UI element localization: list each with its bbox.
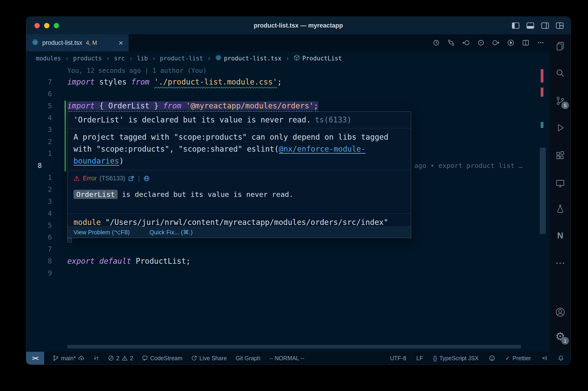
git-branch-icon <box>53 355 59 361</box>
code-token: from <box>131 77 149 86</box>
line-number[interactable]: 7 <box>26 243 52 255</box>
current-line-number[interactable]: 8 <box>26 160 52 172</box>
line-number[interactable]: 4 <box>26 207 52 219</box>
prettier-status-item[interactable]: ✓ Prettier <box>505 355 531 362</box>
smiley-icon <box>489 355 495 361</box>
line-number[interactable]: 1 <box>26 148 52 160</box>
broadcast-status-item[interactable] <box>541 355 548 361</box>
eol-status-item[interactable]: LF <box>417 355 423 362</box>
vertical-scrollbar[interactable] <box>540 148 546 234</box>
toggle-secondary-sidebar-icon[interactable] <box>541 22 549 29</box>
branch-status-item[interactable]: main* <box>53 355 84 362</box>
toggle-panel-icon[interactable] <box>526 22 534 29</box>
code-line[interactable]: 9 <box>26 267 550 279</box>
view-problem-button[interactable]: View Problem (⌥F8) <box>74 229 130 236</box>
line-number[interactable]: 8 <box>26 255 52 267</box>
testing-icon[interactable] <box>553 201 568 216</box>
breadcrumb-item-product-list[interactable]: product-list <box>160 55 203 62</box>
remote-indicator[interactable]: >< <box>26 352 44 365</box>
code-line[interactable]: 8 export default ProductList; <box>26 255 550 267</box>
run-file-icon[interactable] <box>507 39 514 46</box>
toggle-primary-sidebar-icon[interactable] <box>512 22 519 29</box>
line-number[interactable]: 2 <box>26 184 52 196</box>
cloud-upload-icon <box>78 355 84 361</box>
split-editor-icon[interactable] <box>522 39 529 46</box>
open-external-icon[interactable] <box>128 175 134 182</box>
search-icon[interactable] <box>553 66 568 80</box>
tooltip-resize-grip[interactable] <box>67 238 72 243</box>
customize-layout-icon[interactable] <box>556 22 564 29</box>
code-token: ; <box>314 101 318 110</box>
previous-change-icon[interactable] <box>462 39 470 46</box>
breadcrumb-item-src[interactable]: src <box>114 55 125 62</box>
line-number[interactable]: 3 <box>26 124 52 136</box>
line-number[interactable]: 7 <box>26 76 52 88</box>
code-content[interactable]: export default ProductList; <box>67 255 190 267</box>
code-line[interactable]: 7 <box>26 243 550 255</box>
selected-import-statement: import { OrderList } from '@myreactapp/m… <box>67 101 318 110</box>
more-views-icon[interactable]: ⋯ <box>553 255 568 270</box>
title-bar: product-list.tsx — myreactapp <box>26 17 571 34</box>
encoding-status-item[interactable]: UTF-8 <box>390 355 406 362</box>
codestream-status-item[interactable]: CodeStream <box>142 355 182 362</box>
blame-icon[interactable] <box>477 39 485 46</box>
breadcrumb-item-lib[interactable]: lib <box>137 55 148 62</box>
timeline-icon[interactable] <box>432 39 440 46</box>
breadcrumb-item-products[interactable]: products <box>73 55 102 62</box>
nx-console-icon[interactable]: N <box>553 228 568 243</box>
horizontal-scrollbar[interactable] <box>67 345 521 349</box>
eslint-rule-link[interactable]: boundaries <box>74 156 119 165</box>
problems-status-item[interactable]: 2 2 <box>108 355 133 362</box>
run-and-debug-icon[interactable] <box>553 120 568 135</box>
line-number[interactable]: 5 <box>26 100 52 112</box>
code-line[interactable]: 7 import styles from './product-list.mod… <box>26 76 550 88</box>
globe-icon[interactable] <box>143 175 150 182</box>
status-bar-right: UTF-8 LF {} TypeScript JSX ✓ Prettier <box>380 355 571 362</box>
code-token: '@myreactapp/modules/orders' <box>186 101 314 110</box>
feedback-smiley-item[interactable] <box>489 355 495 361</box>
account-icon[interactable] <box>553 305 568 319</box>
code-line[interactable]: 6 <box>26 88 550 100</box>
compare-changes-icon[interactable] <box>447 39 455 46</box>
quick-fix-button[interactable]: Quick Fix... (⌘.) <box>150 229 193 236</box>
code-content[interactable]: import { OrderList } from '@myreactapp/m… <box>67 100 318 112</box>
line-number[interactable]: 3 <box>26 196 52 207</box>
live-share-icon <box>191 355 197 361</box>
more-glyph: ⋯ <box>555 257 565 269</box>
nx-glyph: N <box>557 231 563 241</box>
line-number[interactable]: 1 <box>26 172 52 184</box>
breadcrumb-file-label: product-list.tsx <box>224 55 281 62</box>
breadcrumb-item-symbol[interactable]: ProductList <box>294 54 342 62</box>
eslint-rule-link[interactable]: @nx/enforce-module- <box>279 144 366 153</box>
notifications-bell-item[interactable] <box>558 355 564 361</box>
compare-branches-item[interactable] <box>93 355 99 361</box>
breadcrumb-separator: › <box>106 55 110 62</box>
overview-ruler-info-mark <box>541 122 543 128</box>
tab-label: product-list.tsx <box>42 39 82 46</box>
language-status-item[interactable]: {} TypeScript JSX <box>433 355 479 362</box>
live-share-label: Live Share <box>199 355 227 362</box>
source-control-icon[interactable]: 5 <box>553 94 568 108</box>
more-actions-icon[interactable] <box>537 39 544 46</box>
line-number[interactable]: 2 <box>26 136 52 148</box>
remote-explorer-icon[interactable] <box>553 176 568 191</box>
next-change-icon[interactable] <box>492 39 500 46</box>
tab-product-list[interactable]: product-list.tsx 4, M × <box>26 34 129 51</box>
code-line[interactable]: 5 import { OrderList } from '@myreactapp… <box>26 100 550 112</box>
chip-message: is declared but its value is never read. <box>118 190 293 198</box>
explorer-icon[interactable] <box>553 39 568 54</box>
breadcrumb-item-file[interactable]: product-list.tsx <box>215 54 281 62</box>
line-number[interactable]: 6 <box>26 88 52 100</box>
extensions-icon[interactable] <box>553 148 568 163</box>
breadcrumb-item-modules[interactable]: modules <box>36 55 61 62</box>
line-number[interactable]: 4 <box>26 112 52 124</box>
close-tab-icon[interactable]: × <box>118 39 123 47</box>
line-number[interactable]: 5 <box>26 219 52 231</box>
settings-gear-icon[interactable]: ⚙ 1 <box>553 329 568 344</box>
vim-mode-indicator[interactable]: -- NORMAL -- <box>269 355 304 362</box>
live-share-status-item[interactable]: Live Share <box>191 355 227 362</box>
line-number[interactable]: 6 <box>26 231 52 243</box>
line-number[interactable]: 9 <box>26 267 52 279</box>
git-graph-status-item[interactable]: Git Graph <box>236 355 260 362</box>
code-content[interactable]: import styles from './product-list.modul… <box>67 76 282 88</box>
